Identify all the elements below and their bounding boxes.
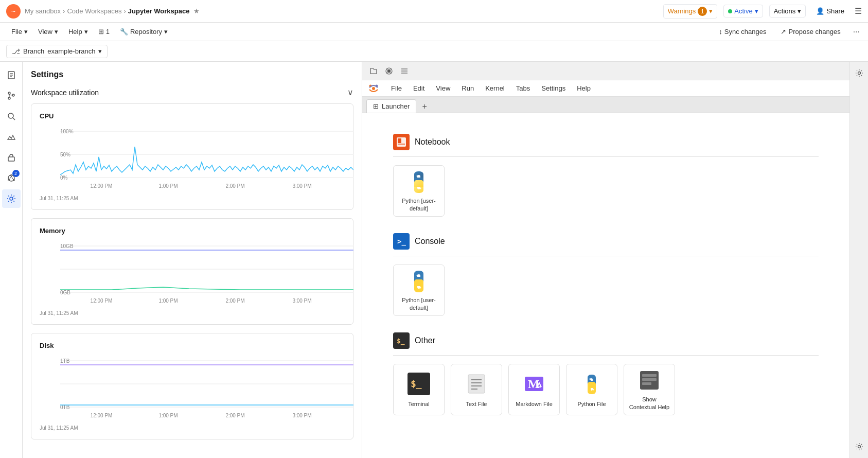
stop-icon[interactable] <box>382 64 396 78</box>
terminal-icon: $_ <box>406 372 431 396</box>
branch-selector[interactable]: ⎇ Branch example-branch ▾ <box>6 45 108 58</box>
svg-text:3:00 PM: 3:00 PM <box>292 413 311 418</box>
text-file-label: Text File <box>466 400 487 408</box>
active-label: Active <box>734 7 752 15</box>
jupyter-toolbar-left <box>366 64 412 78</box>
svg-text:2:00 PM: 2:00 PM <box>225 183 244 189</box>
active-chevron-icon: ▾ <box>755 7 758 15</box>
sync-changes-button[interactable]: ↕ Sync changes <box>715 26 770 38</box>
disk-label: Disk <box>40 342 345 349</box>
contextual-help-card[interactable]: Show Contextual Help <box>624 364 675 415</box>
warnings-button[interactable]: Warnings 1 ▾ <box>663 4 717 19</box>
text-file-card[interactable]: Text File <box>451 364 502 415</box>
sidebar-item-search[interactable] <box>2 107 21 126</box>
launcher-tab[interactable]: ⊞ Launcher <box>366 99 416 113</box>
python-notebook-card[interactable]: Python [user-default] <box>393 165 445 217</box>
jupyter-run-menu[interactable]: Run <box>456 82 479 94</box>
jupyter-file-menu[interactable]: File <box>386 82 407 94</box>
contextual-help-label: Show Contextual Help <box>628 396 670 411</box>
folder-icon[interactable] <box>366 64 381 78</box>
svg-point-59 <box>417 175 418 177</box>
file-menu-items: File ▾ View ▾ Help ▾ ⊞ 1 🔧 Repository ▾ <box>6 26 173 38</box>
help-menu[interactable]: Help ▾ <box>63 26 93 38</box>
sidebar-item-files[interactable] <box>2 66 21 84</box>
active-button[interactable]: Active ▾ <box>723 5 763 17</box>
view-menu[interactable]: View ▾ <box>33 26 63 38</box>
svg-point-4 <box>8 92 10 94</box>
actions-label: Actions <box>774 7 796 15</box>
add-tab-button[interactable]: + <box>418 100 431 113</box>
sync-icon: ↕ <box>719 28 722 36</box>
sidebar-item-network[interactable]: 2 <box>2 169 21 187</box>
svg-text:1TB: 1TB <box>60 358 70 364</box>
jupyter-edit-menu[interactable]: Edit <box>408 82 430 94</box>
disk-chart-svg: 1TB 0TB 12:00 PM 1:00 PM 2:00 PM 3:00 PM <box>60 356 353 422</box>
right-sidebar <box>849 62 868 458</box>
star-icon[interactable]: ★ <box>193 7 200 15</box>
sidebar-item-git[interactable] <box>2 86 21 105</box>
share-button[interactable]: 👤 Share <box>812 5 848 17</box>
python-console-label: Python [user-default] <box>402 296 435 311</box>
svg-text:2:00 PM: 2:00 PM <box>225 413 244 418</box>
instance-menu[interactable]: ⊞ 1 <box>93 26 115 38</box>
propose-changes-button[interactable]: ↗ Propose changes <box>776 26 844 38</box>
svg-point-63 <box>420 287 421 288</box>
markdown-file-card[interactable]: M Markdown File <box>508 364 560 415</box>
branch-chevron-icon: ▾ <box>98 47 102 55</box>
settings-panel: Settings Workspace utilization ∨ CPU 100… <box>23 62 362 458</box>
jupyter-view-menu[interactable]: View <box>431 82 455 94</box>
right-gear-icon[interactable] <box>852 439 866 454</box>
python-file-card[interactable]: Python File <box>566 364 617 415</box>
list-icon[interactable] <box>397 64 412 78</box>
svg-point-11 <box>10 175 12 177</box>
other-section-header: $_ Other <box>393 332 819 356</box>
svg-text:>_: >_ <box>397 237 406 246</box>
console-section-title: Console <box>415 237 445 246</box>
breadcrumb-part1[interactable]: My sandbox <box>25 7 61 15</box>
file-menu[interactable]: File ▾ <box>6 26 33 38</box>
logo[interactable]: ~ <box>6 4 21 19</box>
right-settings-icon[interactable] <box>852 66 866 80</box>
sidebar-item-settings[interactable] <box>2 189 21 208</box>
python-notebook-icon <box>406 170 431 193</box>
collapse-button[interactable]: ∨ <box>347 87 353 97</box>
svg-point-16 <box>10 197 13 200</box>
jupyter-tabs-menu[interactable]: Tabs <box>511 82 535 94</box>
launcher-tab-label: Launcher <box>382 102 410 110</box>
jupyter-settings-menu[interactable]: Settings <box>536 82 571 94</box>
python-notebook-label: Python [user-default] <box>402 197 435 212</box>
jupyter-help-menu[interactable]: Help <box>572 82 596 94</box>
sidebar-icons: 2 <box>0 62 23 458</box>
python-file-label: Python File <box>577 400 606 408</box>
python-file-icon <box>579 372 604 396</box>
more-options-button[interactable]: ··· <box>851 25 862 39</box>
launcher-tab-icon: ⊞ <box>373 102 379 110</box>
sidebar-item-landscape[interactable] <box>2 128 21 146</box>
python-console-card[interactable]: Python [user-default] <box>393 265 445 316</box>
repository-menu[interactable]: 🔧 Repository ▾ <box>115 26 173 38</box>
breadcrumb-part2[interactable]: Code Workspaces <box>67 7 121 15</box>
svg-rect-49 <box>387 69 391 73</box>
svg-point-82 <box>858 446 860 448</box>
svg-text:1:00 PM: 1:00 PM <box>158 413 178 418</box>
sidebar-item-package[interactable] <box>2 148 21 167</box>
console-section-icon: >_ <box>393 233 410 250</box>
svg-line-8 <box>13 118 15 120</box>
disk-chart: 1TB 0TB 12:00 PM 1:00 PM 2:00 PM 3:00 PM <box>40 356 345 424</box>
jupyter-kernel-menu[interactable]: Kernel <box>480 82 510 94</box>
svg-text:$_: $_ <box>397 337 405 345</box>
svg-rect-57 <box>398 138 401 143</box>
terminal-card[interactable]: $_ Terminal <box>393 364 445 415</box>
svg-point-62 <box>417 274 418 276</box>
svg-rect-79 <box>642 378 657 381</box>
svg-line-15 <box>11 177 13 180</box>
main-layout: 2 Settings Workspace utilization ∨ CPU 1… <box>0 62 868 458</box>
actions-button[interactable]: Actions ▾ <box>769 5 806 17</box>
cpu-label: CPU <box>40 112 345 120</box>
svg-text:3:00 PM: 3:00 PM <box>292 183 311 189</box>
hamburger-icon[interactable]: ☰ <box>855 6 862 16</box>
file-chevron-icon: ▾ <box>24 28 28 36</box>
second-bar-right: ↕ Sync changes ↗ Propose changes ··· <box>715 25 862 39</box>
markdown-file-label: Markdown File <box>516 400 553 408</box>
svg-text:10GB: 10GB <box>60 243 74 249</box>
